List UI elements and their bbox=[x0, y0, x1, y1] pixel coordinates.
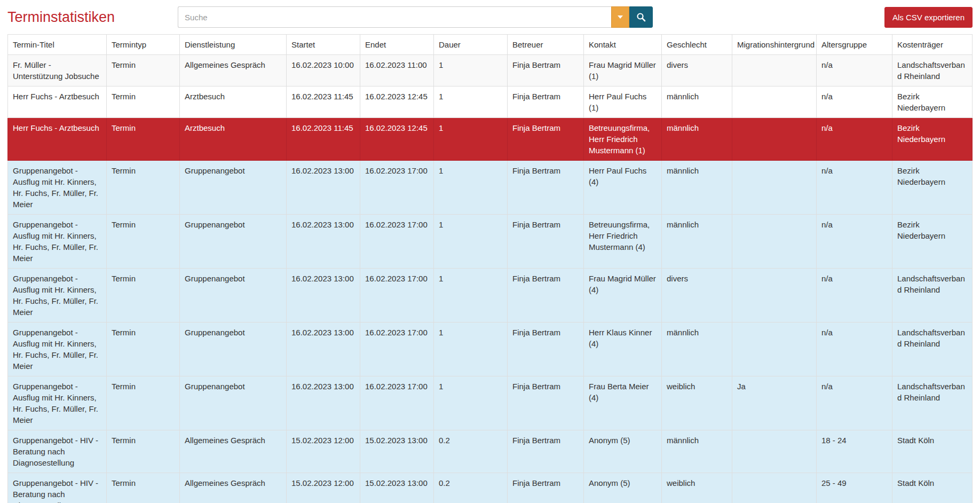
table-row[interactable]: Gruppenangebot - Ausflug mit Hr. Kinners… bbox=[8, 376, 973, 430]
table-cell: Termin bbox=[107, 161, 180, 215]
column-header-endet[interactable]: Endet bbox=[360, 35, 434, 55]
table-cell: 15.02.2023 13:00 bbox=[360, 430, 434, 473]
magnifier-icon bbox=[636, 12, 646, 22]
table-cell: divers bbox=[662, 269, 732, 323]
table-cell: Arztbesuch bbox=[180, 87, 287, 118]
table-cell: weiblich bbox=[662, 376, 732, 430]
table-cell: 15.02.2023 12:00 bbox=[287, 430, 360, 473]
table-cell: Landschaftsverband Rheinland bbox=[892, 323, 973, 376]
table-cell: 16.02.2023 13:00 bbox=[287, 215, 360, 269]
table-cell: n/a bbox=[817, 87, 892, 118]
column-header-migrationshintergrund[interactable]: Migrationshintergrund bbox=[732, 35, 817, 55]
table-cell: Betreuungsfirma, Herr Friedrich Musterma… bbox=[584, 215, 662, 269]
table-cell: 15.02.2023 12:00 bbox=[287, 473, 360, 503]
table-cell: 16.02.2023 17:00 bbox=[360, 161, 434, 215]
table-header-row: Termin-TitelTermintypDienstleistungStart… bbox=[8, 35, 973, 55]
table-cell: 16.02.2023 13:00 bbox=[287, 161, 360, 215]
table-cell: Finja Bertram bbox=[508, 430, 584, 473]
table-cell: Finja Bertram bbox=[508, 323, 584, 376]
table-cell: Termin bbox=[107, 269, 180, 323]
table-cell: 16.02.2023 17:00 bbox=[360, 376, 434, 430]
table-cell: 1 bbox=[434, 118, 508, 161]
table-row[interactable]: Gruppenangebot - Ausflug mit Hr. Kinners… bbox=[8, 215, 973, 269]
column-header-dienstleistung[interactable]: Dienstleistung bbox=[180, 35, 287, 55]
table-cell: Gruppenangebot - Ausflug mit Hr. Kinners… bbox=[8, 376, 107, 430]
table-row[interactable]: Gruppenangebot - HIV - Beratung nach Dia… bbox=[8, 473, 973, 503]
table-cell: Gruppenangebot - Ausflug mit Hr. Kinners… bbox=[8, 323, 107, 376]
table-cell: Arztbesuch bbox=[180, 118, 287, 161]
table-cell: Gruppenangebot - Ausflug mit Hr. Kinners… bbox=[8, 161, 107, 215]
table-row[interactable]: Fr. Müller - Unterstützung JobsucheTermi… bbox=[8, 55, 973, 87]
column-header-termintyp[interactable]: Termintyp bbox=[107, 35, 180, 55]
table-cell: Landschaftsverband Rheinland bbox=[892, 55, 973, 87]
table-cell: 16.02.2023 13:00 bbox=[287, 269, 360, 323]
table-row[interactable]: Gruppenangebot - Ausflug mit Hr. Kinners… bbox=[8, 323, 973, 376]
table-cell: 16.02.2023 11:45 bbox=[287, 87, 360, 118]
table-cell: Herr Fuchs - Arztbesuch bbox=[8, 118, 107, 161]
table-cell: Termin bbox=[107, 118, 180, 161]
appointments-table: Termin-TitelTermintypDienstleistungStart… bbox=[7, 34, 973, 503]
table-row[interactable]: Herr Fuchs - ArztbesuchTerminArztbesuch1… bbox=[8, 87, 973, 118]
table-cell: 16.02.2023 10:00 bbox=[287, 55, 360, 87]
column-header-altersgruppe[interactable]: Altersgruppe bbox=[817, 35, 892, 55]
table-cell: Herr Paul Fuchs (1) bbox=[584, 87, 662, 118]
table-cell: Herr Fuchs - Arztbesuch bbox=[8, 87, 107, 118]
column-header-geschlecht[interactable]: Geschlecht bbox=[662, 35, 732, 55]
search-button[interactable] bbox=[629, 6, 653, 28]
table-row[interactable]: Gruppenangebot - Ausflug mit Hr. Kinners… bbox=[8, 161, 973, 215]
table-cell: männlich bbox=[662, 161, 732, 215]
table-cell bbox=[732, 161, 817, 215]
table-cell: Termin bbox=[107, 376, 180, 430]
column-header-kostenträger[interactable]: Kostenträger bbox=[892, 35, 973, 55]
table-cell: Finja Bertram bbox=[508, 376, 584, 430]
table-row[interactable]: Herr Fuchs - ArztbesuchTerminArztbesuch1… bbox=[8, 118, 973, 161]
table-cell: 16.02.2023 13:00 bbox=[287, 323, 360, 376]
table-cell: 16.02.2023 11:45 bbox=[287, 118, 360, 161]
table-row[interactable]: Gruppenangebot - Ausflug mit Hr. Kinners… bbox=[8, 269, 973, 323]
column-header-termin-titel[interactable]: Termin-Titel bbox=[8, 35, 107, 55]
table-cell: Gruppenangebot - HIV - Beratung nach Dia… bbox=[8, 430, 107, 473]
export-csv-button[interactable]: Als CSV exportieren bbox=[884, 7, 973, 28]
table-cell: 1 bbox=[434, 55, 508, 87]
table-cell: Finja Bertram bbox=[508, 55, 584, 87]
table-cell bbox=[732, 118, 817, 161]
table-cell: Gruppenangebot - HIV - Beratung nach Dia… bbox=[8, 473, 107, 503]
search-filter-dropdown-button[interactable] bbox=[611, 6, 629, 28]
column-header-startet[interactable]: Startet bbox=[287, 35, 360, 55]
column-header-betreuer[interactable]: Betreuer bbox=[508, 35, 584, 55]
table-cell: Finja Bertram bbox=[508, 269, 584, 323]
table-wrap: Termin-TitelTermintypDienstleistungStart… bbox=[0, 34, 980, 503]
table-cell: Landschaftsverband Rheinland bbox=[892, 269, 973, 323]
table-cell: 16.02.2023 13:00 bbox=[287, 376, 360, 430]
page-title: Terminstatistiken bbox=[7, 9, 115, 26]
table-cell: n/a bbox=[817, 376, 892, 430]
table-cell bbox=[732, 215, 817, 269]
topbar: Terminstatistiken Als CSV exportieren bbox=[0, 0, 980, 34]
table-cell: Herr Klaus Kinner (4) bbox=[584, 323, 662, 376]
table-cell bbox=[732, 55, 817, 87]
column-header-dauer[interactable]: Dauer bbox=[434, 35, 508, 55]
table-cell bbox=[732, 473, 817, 503]
table-cell: Betreuungsfirma, Herr Friedrich Musterma… bbox=[584, 118, 662, 161]
table-cell: 1 bbox=[434, 323, 508, 376]
table-cell bbox=[732, 323, 817, 376]
table-cell: Ja bbox=[732, 376, 817, 430]
table-cell: Fr. Müller - Unterstützung Jobsuche bbox=[8, 55, 107, 87]
table-cell: Bezirk Niederbayern bbox=[892, 118, 973, 161]
table-cell: männlich bbox=[662, 215, 732, 269]
table-cell: Frau Magrid Müller (1) bbox=[584, 55, 662, 87]
table-cell: Gruppenangebot bbox=[180, 161, 287, 215]
table-cell: Termin bbox=[107, 87, 180, 118]
table-cell: n/a bbox=[817, 215, 892, 269]
table-cell: n/a bbox=[817, 323, 892, 376]
table-cell: 16.02.2023 12:45 bbox=[360, 118, 434, 161]
table-cell: Bezirk Niederbayern bbox=[892, 87, 973, 118]
table-cell bbox=[732, 87, 817, 118]
table-cell: 1 bbox=[434, 87, 508, 118]
table-cell: 16.02.2023 17:00 bbox=[360, 269, 434, 323]
search-input[interactable] bbox=[178, 6, 611, 28]
table-cell: Frau Magrid Müller (4) bbox=[584, 269, 662, 323]
column-header-kontakt[interactable]: Kontakt bbox=[584, 35, 662, 55]
table-cell: 1 bbox=[434, 215, 508, 269]
table-row[interactable]: Gruppenangebot - HIV - Beratung nach Dia… bbox=[8, 430, 973, 473]
